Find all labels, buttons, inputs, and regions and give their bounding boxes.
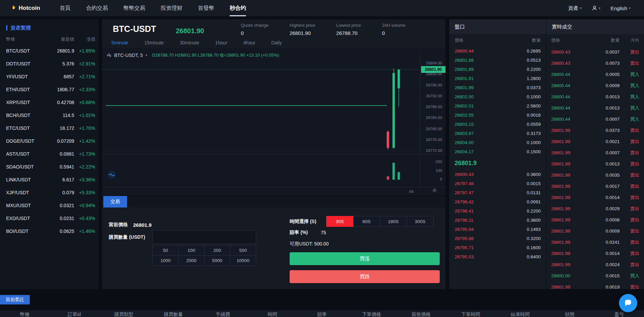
nav-item-6[interactable]: 秒合约 [230, 0, 246, 16]
tab-trade[interactable]: 交易 [103, 196, 127, 207]
nav-item-1[interactable]: 首頁 [60, 0, 70, 16]
market-row[interactable]: BTC/USDT26801.9+1.85% [0, 44, 99, 57]
pair-label: XJP/USDT [6, 190, 42, 195]
chevron-down-icon[interactable]: ▾ [146, 54, 147, 57]
orderbook-ask-row[interactable]: 26801.911.2800 [449, 74, 546, 83]
orderbook-ask-row[interactable]: 26800.440.2695 [449, 46, 546, 56]
sidebar-title-label: 資產繁體 [11, 25, 31, 31]
price-chart[interactable]: BTC-USDT, 5 ▾ O26788.70 H26801.90 L26788… [102, 48, 445, 195]
order-qty: 0.0091 [527, 199, 541, 204]
order-price: 26801.91 [455, 76, 474, 81]
timeframe-tab[interactable]: 4hour [243, 40, 255, 45]
market-row[interactable]: BOI/USDT0.0625+1.46% [0, 225, 99, 238]
market-row[interactable]: AST/USDT0.0881+1.73% [0, 147, 99, 160]
timeframe-tab[interactable]: Daily [271, 40, 282, 45]
market-row[interactable]: SDAO/USDT0.5941+2.22% [0, 160, 99, 173]
market-row[interactable]: EXD/USDT0.0231+0.43% [0, 212, 99, 225]
order-price: 26801.88 [455, 58, 474, 63]
orderbook-ask-row[interactable]: 26804.000.1000 [449, 138, 546, 147]
trade-qty: 0.0015 [588, 273, 620, 278]
orderbook-bid-row[interactable]: 26797.480.0015 [449, 179, 546, 188]
orderbook-ask-row[interactable]: 26804.170.1500 [449, 147, 546, 156]
orderbook-ask-row[interactable]: 26801.890.2200 [449, 65, 546, 74]
market-row[interactable]: MXU/USDT0.0321+0.94% [0, 199, 99, 212]
duration-button[interactable]: 180S [380, 216, 407, 227]
pair-label: BOI/USDT [6, 229, 42, 234]
nav-item-3[interactable]: 幣幣交易 [123, 0, 145, 16]
quick-amount-button[interactable]: 1000 [153, 256, 179, 266]
trade-direction: 賣出 [620, 284, 639, 290]
trade-price: 26801.99 [551, 229, 588, 234]
nav-item-2[interactable]: 合約交易 [86, 0, 108, 16]
market-row[interactable]: YFI/USDT6857+2.71% [0, 70, 99, 83]
market-row[interactable]: DOGE/USDT0.07209+1.42% [0, 135, 99, 147]
buy-down-button[interactable]: 買跌 [290, 270, 440, 283]
orderbook-bid-row[interactable]: 26795.710.1600 [449, 243, 546, 252]
candlestick-canvas[interactable] [102, 48, 445, 195]
quick-amount-button[interactable]: 200 [205, 245, 230, 256]
nav-item-5[interactable]: 首發幣 [198, 0, 214, 16]
orderbook-bid-row[interactable]: 26796.110.3600 [449, 216, 546, 225]
orderbook-ask-row[interactable]: 26802.012.5600 [449, 101, 546, 111]
market-row[interactable]: XRP/USDT0.42708+0.68% [0, 96, 99, 109]
orderbook-ask-row[interactable]: 26803.150.0559 [449, 120, 546, 129]
assets-menu[interactable]: 資產 ▾ [568, 5, 582, 12]
quick-amount-button[interactable]: 5000 [205, 256, 230, 266]
orderbook-ask-row[interactable]: 26801.880.0513 [449, 56, 546, 65]
amount-input[interactable] [152, 230, 256, 244]
timeframe-tab[interactable]: 5minute [111, 40, 128, 45]
ticker-stat: Highest price26801.90 [290, 23, 315, 36]
duration-button[interactable]: 30S [326, 216, 353, 227]
orderbook-ask-row[interactable]: 26801.990.0373 [449, 83, 546, 92]
quick-amount-button[interactable]: 2000 [179, 256, 204, 266]
trade-qty: 0.0373 [588, 128, 620, 133]
quick-amount-button[interactable]: 100 [179, 245, 204, 256]
timeframe-tab[interactable]: 30minute [180, 40, 199, 45]
trade-direction: 買入 [620, 94, 639, 100]
chevron-down-icon: ▾ [629, 6, 630, 10]
orderbook-ask-row[interactable]: 26803.970.3173 [449, 129, 546, 138]
orderbook-bid-row[interactable]: 26795.860.3200 [449, 234, 546, 243]
duration-button[interactable]: 300S [407, 216, 434, 227]
market-row[interactable]: XJP/USDT0.079+5.33% [0, 186, 99, 199]
timeframe-tab[interactable]: 15minute [144, 40, 164, 45]
trade-price: 26800.43 [551, 49, 588, 55]
open-orders-tab[interactable]: 當前委託 [0, 295, 30, 304]
pair-change: +1.42% [74, 138, 95, 144]
price-axis-label: 26776.00 [426, 138, 442, 142]
orderbook-bid-row[interactable]: 26796.420.0091 [449, 197, 546, 206]
orderbook-bid-row[interactable]: 26797.470.0131 [449, 188, 546, 197]
quick-amount-button[interactable]: 10000 [230, 256, 256, 266]
orderbook-ask-row[interactable]: 26802.550.0016 [449, 111, 546, 120]
market-row[interactable]: LINK/USDT6.617+3.36% [0, 173, 99, 186]
quick-amount-button[interactable]: 500 [230, 245, 256, 256]
support-chat-button[interactable] [619, 294, 637, 312]
account-menu[interactable]: ▾ [592, 5, 601, 11]
trade-qty: 0.0013 [588, 161, 620, 166]
order-qty: 0.3600 [527, 218, 541, 223]
price-axis-label: 26792.00 [426, 94, 442, 98]
trade-row: 26800.440.0007買入 [546, 114, 644, 125]
trade-price: 26801.99 [551, 139, 588, 144]
orderbook-bid-row[interactable]: 26795.940.1493 [449, 225, 546, 234]
market-row[interactable]: ETH/USDT1806.77+2.33% [0, 83, 99, 96]
timeframe-tab[interactable]: 1hour [215, 40, 227, 45]
orderbook-bid-row[interactable]: 26796.410.2200 [449, 206, 546, 216]
market-row[interactable]: BCH/USDT114.5+1.01% [0, 109, 99, 122]
order-qty: 0.1600 [527, 245, 541, 250]
buy-up-button[interactable]: 買漲 [290, 252, 440, 265]
chart-settings-icon[interactable] [432, 188, 437, 194]
duration-button[interactable]: 60S [353, 216, 380, 227]
quick-amount-button[interactable]: 50 [153, 245, 179, 256]
language-menu[interactable]: English ▾ [610, 5, 630, 11]
timeframe-tabs: 5minute15minute30minute1hour4hourDaily [102, 37, 445, 48]
orderbook-bid-row[interactable]: 26795.530.6400 [449, 252, 546, 261]
nav-item-4[interactable]: 投资理财 [161, 0, 182, 16]
orderbook-ask-row[interactable]: 26802.000.1000 [449, 92, 546, 101]
orderbook-bid-row[interactable]: 26800.430.3600 [449, 170, 546, 179]
market-row[interactable]: ETC/USDT18.172+1.70% [0, 122, 99, 135]
pair-label: XRP/USDT [6, 100, 42, 105]
brand-logo[interactable]: Hotcoin [10, 5, 40, 12]
orders-col-header: 購買類型 [99, 310, 148, 317]
market-row[interactable]: DOT/USDT5.376+2.91% [0, 57, 99, 70]
